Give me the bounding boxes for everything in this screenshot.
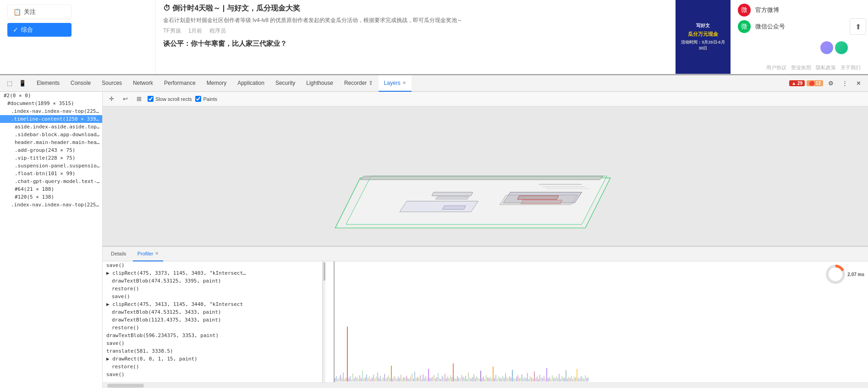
timeline-bar: [395, 377, 396, 382]
profiler-save-2[interactable]: save(): [103, 293, 322, 300]
rotate-tool-button[interactable]: ↩: [120, 94, 130, 104]
slow-scroll-rects-checkbox[interactable]: [148, 96, 154, 102]
timeline-bar: [528, 379, 529, 382]
profiler-drawtextblob-1[interactable]: drawTextBlob(474.53125, 3395, paint): [103, 277, 322, 285]
timeline-bar: [583, 379, 584, 382]
tree-item-chat-gpt[interactable]: .chat-gpt-query-model.text-base(664…: [0, 177, 102, 185]
timeline-bar: [519, 378, 520, 382]
timeline-bar: [365, 377, 366, 382]
profiler-drawrect[interactable]: ▶ drawRect(0, 0, 1, 15, paint): [103, 355, 322, 363]
timeline-bar: [372, 377, 373, 382]
slow-scroll-rects-label[interactable]: Slow scroll rects: [148, 96, 192, 102]
profiler-save-3[interactable]: save(): [103, 339, 322, 347]
profiler-restore-3[interactable]: restore(): [103, 363, 322, 371]
timeline-bar: [524, 377, 525, 382]
timeline-bar: [533, 378, 533, 382]
timeline-bar: [545, 378, 546, 382]
footer-link-terms[interactable]: 用户协议: [766, 64, 786, 71]
tab-layers[interactable]: Layers ✕: [379, 75, 412, 92]
timeline-bar: [385, 378, 386, 382]
devtools-panel: ⬚ 📱 Elements Console Sources Network Per…: [0, 74, 868, 388]
tree-item-float-btn[interactable]: .float-btn(101 × 99): [0, 170, 102, 177]
tree-item-header[interactable]: header.main-header.main-header(19…: [0, 139, 102, 146]
tab-performance[interactable]: Performance: [159, 75, 201, 92]
profiler-drawtextblob-2[interactable]: drawTextBlob(474.53125, 3433, paint): [103, 308, 322, 316]
tab-details[interactable]: Details: [106, 247, 131, 261]
footer-link-privacy[interactable]: 隐私政策: [816, 64, 836, 71]
tab-security[interactable]: Security: [270, 75, 301, 92]
tab-application[interactable]: Application: [232, 75, 270, 92]
timeline-bar: [577, 369, 577, 382]
timeline-bar: [490, 377, 491, 382]
timeline-bar: [509, 376, 510, 382]
page-left-panel: 📋 关注 ✓ 综合: [0, 0, 156, 74]
upload-icon[interactable]: ⬆: [850, 18, 866, 35]
follow-button[interactable]: 📋 关注: [7, 5, 71, 19]
profiler-save-4[interactable]: save(): [103, 371, 322, 378]
reset-transform-button[interactable]: ⊞: [134, 94, 144, 104]
profiler-drawtextblob-3[interactable]: drawTextBlob(1123.4375, 3433, paint): [103, 316, 322, 324]
layers-tree[interactable]: #2(0 × 0) #document(1899 × 3515) .index-…: [0, 92, 103, 388]
timeline-bar: [376, 377, 377, 382]
tab-network[interactable]: Network: [127, 75, 159, 92]
profiler-cliprect-2[interactable]: ▶ clipRect(475, 3413, 1145, 3440, "kInte…: [103, 300, 322, 308]
profiler-bottom-scrollbar[interactable]: [103, 382, 868, 388]
timeline-bar: [469, 377, 470, 382]
timeline-bar: [472, 377, 473, 382]
layers-3d-viewport[interactable]: [103, 106, 868, 246]
close-devtools-button[interactable]: ✕: [852, 78, 864, 89]
tab-sources[interactable]: Sources: [96, 75, 127, 92]
more-options-button[interactable]: ⋮: [839, 78, 851, 89]
paints-checkbox[interactable]: [195, 96, 201, 102]
tab-profiler-label: Profiler: [137, 251, 154, 256]
profiler-save-1[interactable]: save(): [103, 261, 322, 269]
tree-item-index-nav-top-2[interactable]: .index-nav.index-nav-top(225 × 586): [0, 201, 102, 209]
profiler-command-list[interactable]: save() ▶ clipRect(475, 3373, 1145, 3403,…: [103, 261, 323, 382]
tree-item-120[interactable]: #120(5 × 138): [0, 193, 102, 201]
tab-profiler-close[interactable]: ✕: [155, 251, 159, 256]
inspect-element-button[interactable]: ⬚: [4, 78, 16, 89]
tree-item-aside[interactable]: aside.index-aside.aside.top(326 × 13…: [0, 123, 102, 131]
profiler-restore-1[interactable]: restore(): [103, 285, 322, 293]
device-toolbar-button[interactable]: 📱: [16, 78, 28, 89]
tab-recorder[interactable]: Recorder ⇪: [339, 75, 379, 92]
profiler-drawtextblob-4[interactable]: drawTextBlob(596.234375, 3353, paint): [103, 332, 322, 339]
tab-profiler[interactable]: Profiler ✕: [133, 247, 164, 261]
profiler-translate[interactable]: translate(581, 3338.5): [103, 347, 322, 355]
timeline-bar: [388, 375, 389, 382]
tree-item-suspension-panel[interactable]: .suspension-panel.suspension-panel(…: [0, 162, 102, 170]
tree-item-index-nav-top[interactable]: .index-nav.index-nav-top(225 × 138): [0, 107, 102, 115]
timeline-bar: [549, 377, 550, 382]
tree-item-64[interactable]: #64(21 × 188): [0, 185, 102, 193]
tab-elements[interactable]: Elements: [31, 75, 65, 92]
timeline-bar: [572, 379, 573, 382]
comprehensive-label: 综合: [21, 26, 33, 34]
brain-icon-1: [820, 41, 833, 54]
timeline-bar: [442, 376, 443, 382]
tab-lighthouse[interactable]: Lighthouse: [301, 75, 339, 92]
settings-button[interactable]: ⚙: [825, 78, 837, 89]
timeline-bar: [394, 376, 395, 382]
brain-icons-area: [820, 41, 848, 54]
tree-item-timeline-content[interactable]: .timeline-content(1250 × 3390): [0, 115, 102, 123]
tab-memory[interactable]: Memory: [201, 75, 232, 92]
profiler-restore-2[interactable]: restore(): [103, 324, 322, 332]
tree-item-add-group[interactable]: .add-group(243 × 75): [0, 146, 102, 154]
tab-layers-close[interactable]: ✕: [402, 80, 406, 85]
tree-item-vip-title[interactable]: .vip-title(228 × 75): [0, 154, 102, 162]
comprehensive-button[interactable]: ✓ 综合: [7, 23, 71, 37]
tree-item-root[interactable]: #2(0 × 0): [0, 92, 102, 100]
tree-item-sidebar[interactable]: .sidebar-block.app-download-sideba…: [0, 131, 102, 139]
timeline-bar: [344, 379, 345, 382]
tree-item-document[interactable]: #document(1899 × 3515): [0, 100, 102, 107]
paints-label[interactable]: Paints: [195, 96, 217, 102]
profiler-cliprect-1[interactable]: ▶ clipRect(475, 3373, 1145, 3403, "kInte…: [103, 269, 322, 277]
footer-link-about[interactable]: 关于我们: [841, 64, 861, 71]
timeline-bar: [416, 378, 417, 382]
footer-link-license[interactable]: 营业执照: [791, 64, 811, 71]
timeline-bar: [456, 379, 456, 382]
timeline-bar: [462, 377, 463, 382]
tab-console[interactable]: Console: [65, 75, 96, 92]
pan-tool-button[interactable]: ✛: [106, 94, 116, 104]
profiler-timeline[interactable]: 2.07 ms: [325, 261, 868, 382]
